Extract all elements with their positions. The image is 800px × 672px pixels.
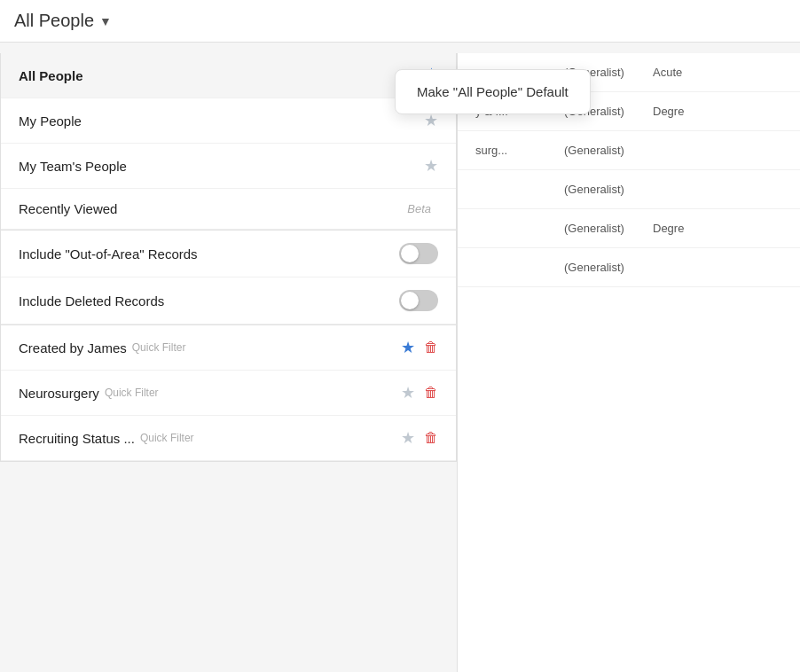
star-icon-neurosurgery[interactable]: ★: [401, 383, 415, 402]
beta-badge: Beta: [407, 202, 431, 215]
quick-filter-section: Created by James Quick Filter ★ 🗑 Neuros…: [1, 325, 456, 461]
table-cell: (Generalist): [555, 261, 644, 274]
table-cell: Acute: [644, 66, 733, 79]
quick-filter-label-recruiting-status: Recruiting Status ...: [19, 431, 135, 446]
table-cell: Degre: [644, 105, 733, 118]
dropdown-label-all-people: All People: [19, 68, 420, 83]
quick-filter-label-created-by-james: Created by James: [19, 340, 127, 356]
delete-icon-created-by-james[interactable]: 🗑: [424, 340, 438, 356]
toggle-label-deleted: Include Deleted Records: [19, 293, 399, 309]
quick-filter-label-neurosurgery: Neurosurgery: [19, 386, 99, 401]
toggle-section: Include "Out-of-Area" Records Include De…: [1, 231, 456, 324]
star-icon-my-team[interactable]: ★: [424, 156, 438, 176]
delete-icon-neurosurgery[interactable]: 🗑: [424, 385, 438, 401]
dropdown-item-recently-viewed[interactable]: Recently Viewed Beta: [1, 189, 456, 230]
table-row: (Generalist)Degre: [458, 209, 800, 248]
quick-filter-recruiting-status: Recruiting Status ... Quick Filter ★ 🗑: [1, 416, 456, 461]
dropdown-item-my-people[interactable]: My People ★: [1, 98, 456, 144]
quick-filter-tag-created-by-james: Quick Filter: [132, 341, 186, 354]
popover: Make "All People" Default: [395, 69, 591, 114]
delete-icon-recruiting-status[interactable]: 🗑: [424, 430, 438, 446]
quick-filter-created-by-james: Created by James Quick Filter ★ 🗑: [1, 325, 456, 371]
table-row: surg...(Generalist): [458, 131, 800, 170]
header: All People ▼: [0, 0, 800, 43]
table-cell: (Generalist): [555, 144, 644, 157]
table-cell: surg...: [467, 144, 555, 157]
star-icon-recruiting-status[interactable]: ★: [401, 428, 415, 448]
dropdown-item-my-team[interactable]: My Team's People ★: [1, 144, 456, 189]
table-cell: (Generalist): [555, 183, 644, 196]
table-cell: Degre: [644, 222, 733, 235]
chevron-down-icon[interactable]: ▼: [99, 14, 112, 28]
toggle-out-of-area: Include "Out-of-Area" Records: [1, 231, 456, 277]
dropdown-item-all-people[interactable]: All People ★: [1, 53, 456, 98]
toggle-switch-out-of-area[interactable]: [399, 243, 438, 264]
star-icon-created-by-james[interactable]: ★: [401, 338, 415, 357]
toggle-label-out-of-area: Include "Out-of-Area" Records: [19, 246, 399, 262]
toggle-switch-deleted[interactable]: [399, 290, 438, 311]
popover-text: Make "All People" Default: [417, 84, 569, 99]
page-title: All People: [14, 11, 94, 31]
table-cell: (Generalist): [555, 222, 644, 235]
quick-filter-tag-neurosurgery: Quick Filter: [105, 387, 159, 399]
background-table: (Generalist)Acutey & I...(Generalist)Deg…: [457, 53, 800, 672]
quick-filter-tag-recruiting-status: Quick Filter: [140, 432, 194, 444]
dropdown-label-my-team: My Team's People: [19, 159, 420, 174]
dropdown-label-recently-viewed: Recently Viewed: [19, 201, 407, 216]
quick-filter-neurosurgery: Neurosurgery Quick Filter ★ 🗑: [1, 371, 456, 416]
toggle-deleted: Include Deleted Records: [1, 277, 456, 324]
table-row: (Generalist): [458, 248, 800, 287]
dropdown-panel: All People ★ My People ★ My Team's Peopl…: [0, 53, 457, 462]
dropdown-label-my-people: My People: [19, 113, 420, 129]
table-row: (Generalist): [458, 170, 800, 209]
